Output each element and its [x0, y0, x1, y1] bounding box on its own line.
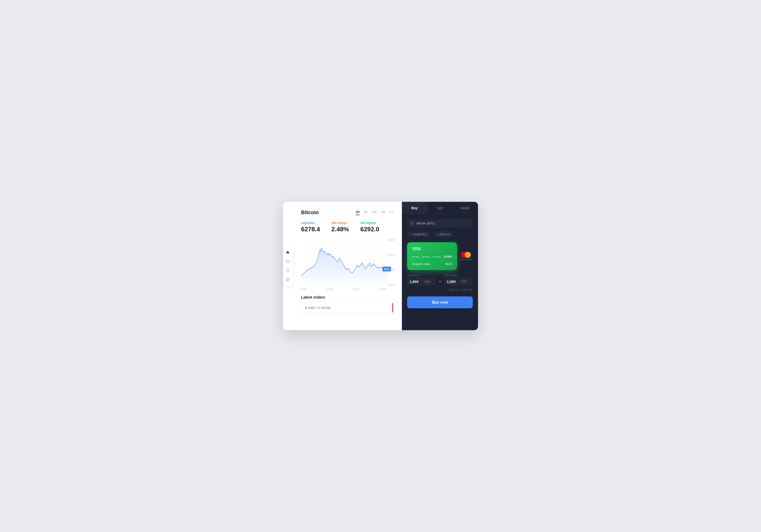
arrow-icon-1: ↗ — [410, 233, 413, 236]
time-filter-5d[interactable]: 5D — [364, 210, 368, 215]
tab-sell[interactable]: Sell — [427, 202, 453, 214]
left-panel: Bitcoin 1D 5D 1W 1M 1Y Last price 6278.4… — [283, 202, 402, 330]
stat-change: 24h change 2.48% — [331, 221, 349, 233]
svg-line-15 — [413, 224, 414, 225]
card-dots-2: •••• — [422, 255, 431, 259]
change-label: 24h change — [331, 221, 349, 225]
sidebar-item-clock[interactable] — [284, 267, 291, 274]
receive-label: You receive — [444, 274, 473, 277]
card-expiry: 08/25 — [445, 262, 452, 266]
chart-x-labels: 9:00 12:00 15:00 18:00 — [301, 288, 393, 291]
receive-input[interactable] — [444, 278, 459, 286]
spend-group: You spend USD — [407, 274, 436, 286]
order-text: $ 1000 = 0,152 btc — [305, 306, 331, 309]
change-value: 2.48% — [331, 226, 349, 233]
mc-orange-circle — [465, 252, 471, 258]
sidebar-item-image[interactable] — [284, 276, 291, 283]
x-label-1: 9:00 — [301, 288, 306, 291]
rate-text: 1 Bitcoin = 6.89 USD — [448, 288, 473, 291]
tab-wallet[interactable]: Wallet — [452, 202, 478, 214]
order-row: $ 1000 = 0,152 btc — [301, 302, 393, 313]
mc-circles — [461, 252, 471, 258]
stats-row: Last price 6278.4 24h change 2.48% 24h h… — [301, 221, 393, 233]
time-filter-1m[interactable]: 1M — [381, 210, 385, 215]
search-icon — [410, 221, 414, 225]
svg-point-6 — [287, 279, 287, 279]
sidebar — [283, 246, 293, 286]
y-label-3: 6218.0 — [388, 269, 395, 271]
tab-buy[interactable]: Buy — [402, 202, 427, 214]
buy-now-button[interactable]: Buy now — [407, 296, 473, 308]
latest-orders-title: Latest orders — [301, 295, 393, 299]
chart-title: Bitcoin — [301, 209, 319, 216]
latest-orders-section: Latest orders $ 1000 = 0,152 btc — [301, 295, 393, 313]
tabs: Buy Sell Wallet — [402, 202, 478, 214]
y-label-4: 6212.0 — [388, 284, 395, 286]
receive-input-wrap: BTC — [444, 278, 473, 286]
exchange-row: You spend USD ⇌ You receive BTC — [407, 274, 473, 286]
card-footer: Gregoire Vella 08/25 — [412, 262, 452, 266]
exchange-section: You spend USD ⇌ You receive BTC — [407, 274, 473, 292]
chart-y-labels: 6230.0 6224.0 6218.0 6212.0 — [388, 239, 395, 286]
stat-last-price: Last price 6278.4 — [301, 221, 320, 233]
y-label-2: 6224.0 — [388, 254, 395, 256]
last-price-label: Last price — [301, 221, 320, 225]
quick-tag-axa[interactable]: ↗ AXA S.A — [433, 231, 453, 238]
card-area: VISA •••• •••• •••• 3484 Gregoire Vella … — [407, 242, 473, 270]
card-holder: Gregoire Vella — [412, 262, 430, 266]
order-accent — [392, 303, 393, 313]
time-filters: 1D 5D 1W 1M 1Y — [356, 210, 393, 215]
image-icon — [286, 278, 290, 282]
mastercard-icon: mastercard — [460, 252, 472, 261]
spend-currency: USD — [421, 280, 432, 283]
last-price-value: 6278.4 — [301, 226, 320, 233]
chart-header: Bitcoin 1D 5D 1W 1M 1Y — [301, 209, 393, 216]
spend-input[interactable] — [407, 278, 421, 286]
right-panel: Buy Sell Wallet Bitcoin (BTC) ↗ Anais PL… — [402, 202, 478, 330]
sidebar-item-home[interactable] — [284, 249, 291, 256]
highest-label: 24h highest — [360, 221, 379, 225]
time-filter-1y[interactable]: 1Y — [389, 210, 393, 215]
svg-rect-0 — [286, 260, 289, 263]
receive-group: You receive BTC — [444, 274, 473, 286]
spend-label: You spend — [407, 274, 436, 277]
mc-label: mastercard — [460, 258, 472, 261]
chart-area: 6223.4 6230.0 6224.0 6218.0 6212.0 — [301, 239, 393, 286]
calendar-icon — [286, 260, 290, 263]
app-container: Bitcoin 1D 5D 1W 1M 1Y Last price 6278.4… — [283, 202, 478, 330]
sidebar-item-calendar[interactable] — [284, 258, 291, 265]
x-label-3: 15:00 — [353, 288, 360, 291]
price-chart: 6223.4 — [301, 239, 393, 286]
arrow-icon-2: ↗ — [436, 233, 438, 236]
right-content: Bitcoin (BTC) ↗ Anais PLC ↗ AXA S.A VISA — [402, 214, 478, 330]
card-last-digits: 3484 — [443, 255, 452, 259]
spend-input-wrap: USD — [407, 278, 436, 286]
home-icon — [286, 250, 290, 254]
search-text: Bitcoin (BTC) — [417, 222, 435, 225]
receive-currency: BTC — [459, 280, 469, 283]
time-filter-1d[interactable]: 1D — [356, 210, 360, 215]
x-label-2: 12:00 — [326, 288, 333, 291]
visa-logo: VISA — [412, 246, 452, 251]
card-dots-1: •••• — [412, 255, 420, 259]
stat-highest: 24h highest 6292.0 — [360, 221, 379, 233]
highest-value: 6292.0 — [360, 226, 379, 233]
card-number: •••• •••• •••• 3484 — [412, 255, 452, 259]
tag-label-1: Anais PLC — [414, 233, 427, 236]
y-label-1: 6230.0 — [388, 239, 395, 241]
x-label-4: 18:00 — [380, 288, 386, 291]
svg-point-14 — [411, 222, 414, 224]
time-filter-1w[interactable]: 1W — [372, 210, 377, 215]
quick-tags: ↗ Anais PLC ↗ AXA S.A — [407, 231, 473, 238]
exchange-icon: ⇌ — [438, 279, 442, 286]
tag-label-2: AXA S.A — [439, 233, 450, 236]
search-box[interactable]: Bitcoin (BTC) — [407, 219, 473, 228]
quick-tag-anais[interactable]: ↗ Anais PLC — [407, 231, 431, 238]
visa-card: VISA •••• •••• •••• 3484 Gregoire Vella … — [407, 242, 457, 270]
card-dots-3: •••• — [433, 255, 441, 259]
clock-icon — [286, 269, 290, 272]
